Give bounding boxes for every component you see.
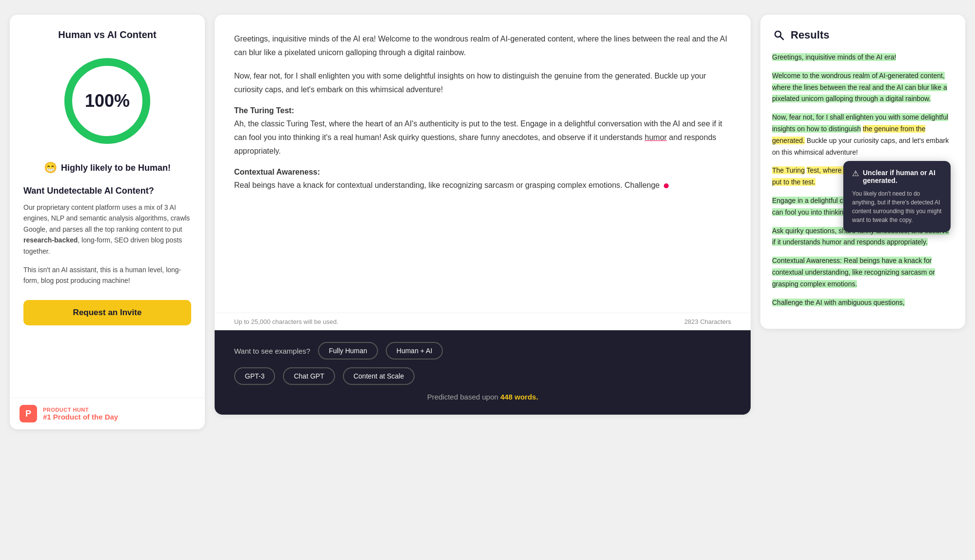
ph-title: #1 Product of the Day — [43, 413, 118, 421]
middle-panel: Greetings, inquisitive minds of the AI e… — [215, 15, 751, 415]
cta-bold: research-backed — [23, 236, 78, 244]
char-count: 2823 Characters — [684, 318, 731, 325]
examples-row: Want to see examples? Fully Human Human … — [234, 342, 731, 360]
ph-text: PRODUCT HUNT #1 Product of the Day — [43, 407, 118, 421]
red-dot — [664, 183, 669, 188]
cta-title: Want Undetectable AI Content? — [23, 186, 154, 196]
predicted-text: Predicted based upon 448 words. — [234, 393, 731, 401]
ph-label: PRODUCT HUNT — [43, 407, 118, 413]
result-text: Highly likely to be Human! — [61, 163, 171, 173]
middle-para-1: Greetings, inquisitive minds of the AI e… — [234, 32, 731, 60]
result-para-6: Contextual Awareness: Real beings have a… — [772, 255, 954, 290]
examples-bar: Want to see examples? Fully Human Human … — [215, 330, 751, 415]
result-para-1: Welcome to the wondrous realm of AI-gene… — [772, 70, 954, 105]
char-limit-text: Up to 25,000 characters will be used. — [234, 318, 338, 325]
chip-human-ai[interactable]: Human + AI — [386, 342, 443, 360]
section2-title: Contextual Awareness: — [234, 168, 731, 177]
tooltip-header: ⚠ Unclear if human or AI generated. — [852, 169, 942, 184]
cta-description2: This isn't an AI assistant, this is a hu… — [23, 264, 191, 286]
middle-para-2: Now, fear not, for I shall enlighten you… — [234, 69, 731, 97]
words-label: words. — [515, 393, 538, 401]
examples-label: Want to see examples? — [234, 347, 310, 355]
word-count: 448 — [500, 393, 513, 401]
panel-title: Human vs AI Content — [58, 29, 157, 40]
ph-logo-icon: P — [20, 405, 37, 422]
result-emoji: 😁 — [44, 161, 57, 174]
results-title: Results — [791, 29, 829, 41]
char-info-bar: Up to 25,000 characters will be used. 28… — [215, 313, 751, 330]
left-panel: Human vs AI Content 100% 😁 Highly likely… — [10, 15, 205, 429]
result-label: 😁 Highly likely to be Human! — [44, 161, 171, 174]
result-para-7: Challenge the AI with ambiguous question… — [772, 297, 954, 309]
cta-description: Our proprietary content platform uses a … — [23, 202, 191, 257]
examples-row-2: GPT-3 Chat GPT Content at Scale — [234, 367, 731, 385]
gauge-container: 100% — [59, 52, 156, 150]
middle-content: Greetings, inquisitive minds of the AI e… — [215, 15, 751, 313]
search-icon — [772, 28, 786, 42]
tooltip-title: Unclear if human or AI generated. — [863, 169, 942, 184]
section1-text: Ah, the classic Turing Test, where the h… — [234, 117, 731, 158]
chip-chat-gpt[interactable]: Chat GPT — [283, 367, 335, 385]
chip-fully-human[interactable]: Fully Human — [318, 342, 378, 360]
section1-title: The Turing Test: — [234, 106, 731, 115]
svg-line-3 — [780, 37, 783, 40]
tooltip-box: ⚠ Unclear if human or AI generated. You … — [843, 161, 951, 232]
chip-gpt3[interactable]: GPT-3 — [234, 367, 275, 385]
warning-icon: ⚠ — [852, 169, 859, 178]
underline-humor: humor — [645, 133, 667, 141]
gauge-percentage: 100% — [85, 91, 130, 111]
tooltip-body: You likely don't need to do anything, bu… — [852, 189, 942, 224]
result-para-0: Greetings, inquisitive minds of the AI e… — [772, 52, 954, 63]
section2-text: Real beings have a knack for contextual … — [234, 179, 731, 192]
invite-button[interactable]: Request an Invite — [23, 300, 191, 325]
product-hunt-banner: P PRODUCT HUNT #1 Product of the Day — [10, 398, 205, 429]
results-header: Results — [772, 28, 954, 42]
chip-content-at-scale[interactable]: Content at Scale — [343, 367, 415, 385]
result-para-2: Now, fear not, for I shall enlighten you… — [772, 112, 954, 158]
right-panel: Results Greetings, inquisitive minds of … — [760, 15, 965, 329]
